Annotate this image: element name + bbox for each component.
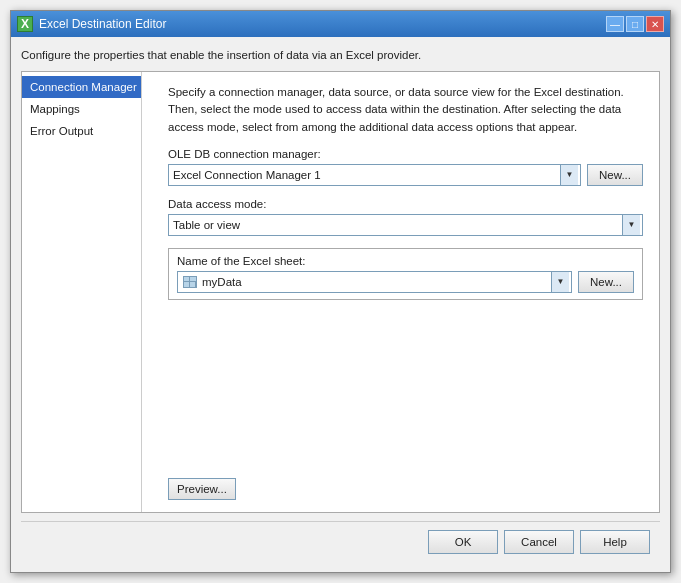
ole-db-label: OLE DB connection manager: xyxy=(168,148,643,160)
data-access-label: Data access mode: xyxy=(168,198,643,210)
connection-manager-dropdown[interactable]: Excel Connection Manager 1 ▼ xyxy=(168,164,581,186)
bottom-bar: OK Cancel Help xyxy=(21,521,660,562)
panel: Specify a connection manager, data sourc… xyxy=(152,72,659,512)
preview-button[interactable]: Preview... xyxy=(168,478,236,500)
window-icon: X xyxy=(17,16,33,32)
preview-area: Preview... xyxy=(168,478,643,500)
sheet-dropdown-arrow: ▼ xyxy=(551,272,569,292)
maximize-button[interactable]: □ xyxy=(626,16,644,32)
sheet-name-dropdown[interactable]: myData ▼ xyxy=(177,271,572,293)
close-button[interactable]: ✕ xyxy=(646,16,664,32)
connection-manager-value: Excel Connection Manager 1 xyxy=(173,169,560,181)
ole-db-field-row: Excel Connection Manager 1 ▼ New... xyxy=(168,164,643,186)
excel-sheet-box: Name of the Excel sheet: xyxy=(168,248,643,300)
new-sheet-button[interactable]: New... xyxy=(578,271,634,293)
data-access-value: Table or view xyxy=(173,219,622,231)
sidebar-item-error-output[interactable]: Error Output xyxy=(22,120,141,142)
data-access-arrow: ▼ xyxy=(622,215,640,235)
connection-manager-arrow: ▼ xyxy=(560,165,578,185)
window-description: Configure the properties that enable the… xyxy=(21,47,660,63)
minimize-button[interactable]: — xyxy=(606,16,624,32)
title-bar-left: X Excel Destination Editor xyxy=(17,16,166,32)
ole-db-field-group: OLE DB connection manager: Excel Connect… xyxy=(168,148,643,186)
main-content: Connection Manager Mappings Error Output… xyxy=(21,71,660,513)
ok-button[interactable]: OK xyxy=(428,530,498,554)
sheet-icon xyxy=(182,275,198,289)
cancel-button[interactable]: Cancel xyxy=(504,530,574,554)
new-connection-button[interactable]: New... xyxy=(587,164,643,186)
title-bar: X Excel Destination Editor — □ ✕ xyxy=(11,11,670,37)
data-access-field-row: Table or view ▼ xyxy=(168,214,643,236)
data-access-dropdown[interactable]: Table or view ▼ xyxy=(168,214,643,236)
title-buttons: — □ ✕ xyxy=(606,16,664,32)
excel-sheet-row: myData ▼ New... xyxy=(177,271,634,293)
window-body: Configure the properties that enable the… xyxy=(11,37,670,572)
main-window: X Excel Destination Editor — □ ✕ Configu… xyxy=(10,10,671,573)
sidebar-item-mappings[interactable]: Mappings xyxy=(22,98,141,120)
panel-description: Specify a connection manager, data sourc… xyxy=(168,84,643,136)
excel-sheet-label: Name of the Excel sheet: xyxy=(177,255,634,267)
data-access-field-group: Data access mode: Table or view ▼ xyxy=(168,198,643,236)
sidebar-item-connection-manager[interactable]: Connection Manager xyxy=(22,76,141,98)
sidebar: Connection Manager Mappings Error Output xyxy=(22,72,142,512)
window-title: Excel Destination Editor xyxy=(39,17,166,31)
sheet-name-value: myData xyxy=(202,276,551,288)
bottom-right: OK Cancel Help xyxy=(428,530,650,554)
help-button[interactable]: Help xyxy=(580,530,650,554)
